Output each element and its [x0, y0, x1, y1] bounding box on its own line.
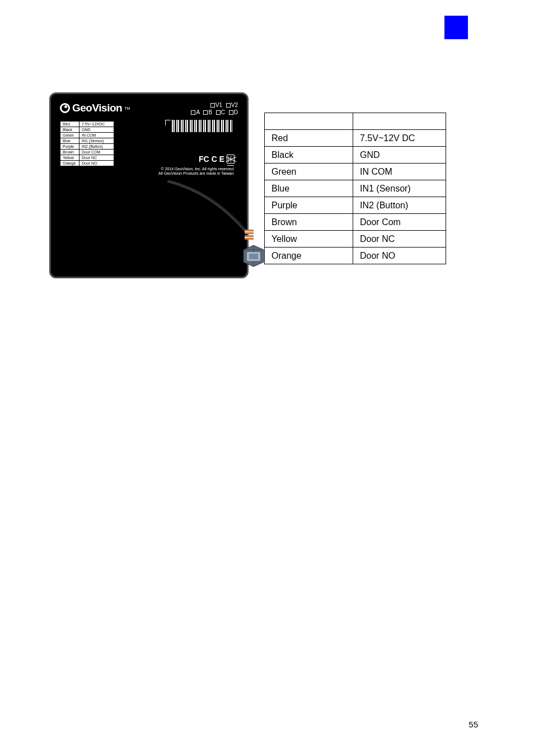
- page-number: 55: [469, 720, 478, 729]
- table-row: BlueIN1 (Sensor): [60, 138, 114, 144]
- version-checkboxes: V1 V2 A B C D: [189, 102, 238, 116]
- table-header-row: [265, 113, 446, 130]
- col-wire: [265, 113, 353, 130]
- table-row: Red7.5V~12VDC: [60, 122, 114, 127]
- table-row: PurpleIN2 (Button): [60, 144, 114, 150]
- table-row: YellowDoor NC: [60, 155, 114, 161]
- copyright-text: © 2014 GeoVision, Inc. All rights reserv…: [158, 167, 235, 176]
- table-row: OrangeDoor NO: [265, 248, 446, 264]
- svg-rect-5: [249, 254, 258, 259]
- table-row: OrangeDoor NO: [60, 161, 114, 166]
- logo-eye-icon: [60, 103, 70, 113]
- weee-bin-icon: [227, 155, 235, 164]
- col-definition: [353, 113, 446, 130]
- table-row: BlueIN1 (Sensor): [265, 180, 446, 197]
- table-row: YellowDoor NC: [265, 231, 446, 248]
- table-row: BlackGND: [60, 127, 114, 133]
- certification-icons: FC C E: [199, 155, 235, 164]
- table-row: BrownDoor Com: [265, 214, 446, 231]
- table-row: GreenIN COM: [60, 133, 114, 138]
- cable-illustration: [156, 176, 279, 271]
- svg-rect-3: [245, 237, 254, 238]
- table-row: Red7.5V~12V DC: [265, 130, 446, 147]
- table-row: BrownDoor COM: [60, 150, 114, 155]
- table-row: GreenIN COM: [265, 164, 446, 180]
- table-row: BlackGND: [265, 147, 446, 164]
- ce-icon: C E: [212, 155, 224, 164]
- content-row: GeoVision TM V1 V2 A B C D: [49, 92, 446, 278]
- mini-wire-table: Red7.5V~12VDC BlackGND GreenIN COM BlueI…: [60, 121, 114, 166]
- header-blue-square: [444, 16, 468, 39]
- table-row: PurpleIN2 (Button): [265, 197, 446, 214]
- fcc-icon: FC: [199, 155, 209, 164]
- device-diagram: GeoVision TM V1 V2 A B C D: [49, 92, 249, 278]
- wire-definition-table: Red7.5V~12V DC BlackGND GreenIN COM Blue…: [264, 113, 446, 264]
- barcode: [165, 120, 238, 134]
- trademark: TM: [124, 106, 130, 110]
- brand-text: GeoVision: [72, 102, 122, 114]
- svg-rect-1: [245, 231, 254, 232]
- brand-logo: GeoVision TM: [60, 102, 130, 114]
